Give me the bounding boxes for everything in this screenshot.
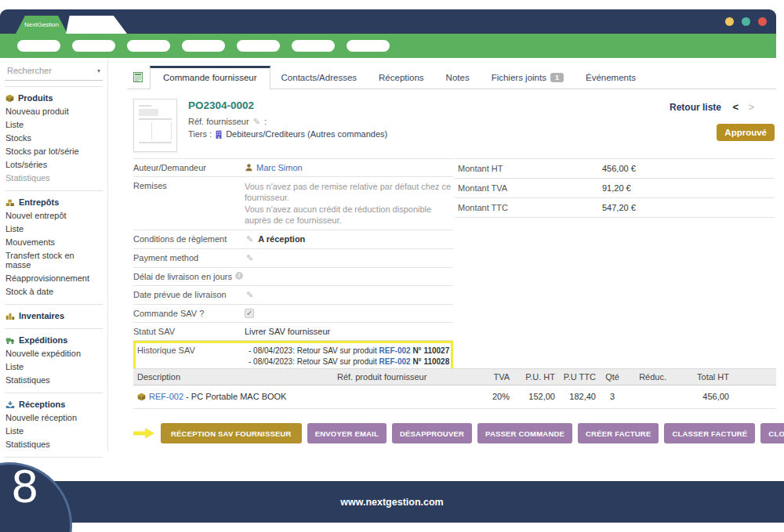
product-box-icon <box>137 393 146 401</box>
window-controls <box>725 17 767 26</box>
field-row-remises: Remises Vous n'avez pas de remise relati… <box>133 177 453 230</box>
window-dot-yellow-icon[interactable] <box>725 17 734 26</box>
sidebar-section-inventaires[interactable]: Inventaires <box>5 309 103 323</box>
tab-commande-fournisseur[interactable]: Commande fournisseur <box>150 66 270 89</box>
tab-notes[interactable]: Notes <box>435 67 481 89</box>
chevron-down-icon: ▾ <box>97 67 100 74</box>
nav-pill[interactable] <box>182 40 225 52</box>
classer-facture-button[interactable]: CLASSER FACTURÉ <box>664 423 755 443</box>
pencil-edit-icon[interactable]: ✎ <box>253 117 260 126</box>
sidebar-section-receptions[interactable]: Réceptions <box>5 398 103 411</box>
next-record-arrow[interactable]: > <box>748 101 754 113</box>
order-lines-table: Description Réf. produit fournisseur TVA… <box>133 368 776 409</box>
sidebar-section-produits[interactable]: Produits <box>5 92 103 105</box>
order-banner: PO2304-0002 Réf. fournisseur ✎ : Tiers :… <box>132 90 776 159</box>
tab-contacts-adresses[interactable]: Contacts/Adresses <box>270 67 368 89</box>
sidebar-item-nouvel-entrepot[interactable]: Nouvel entrepôt <box>5 209 103 223</box>
sidebar-item-liste-expeditions[interactable]: Liste <box>5 360 103 374</box>
third-party-line: Tiers : Debiteurs/Crediteurs (Autres com… <box>188 129 387 139</box>
pencil-edit-icon[interactable]: ✎ <box>246 253 253 263</box>
sidebar-item-statistiques-receptions[interactable]: Statistiques <box>5 438 103 451</box>
divider <box>5 328 103 329</box>
top-menu-bar <box>0 34 776 58</box>
sidebar-section-label: Réceptions <box>19 400 65 409</box>
sidebar-item-nouveau-produit[interactable]: Nouveau produit <box>5 105 103 118</box>
document-thumbnail[interactable] <box>133 99 177 152</box>
sidebar-section-expeditions[interactable]: Expéditions <box>5 334 103 347</box>
inventory-icon <box>5 312 15 320</box>
sidebar-item-stocks-lot-serie[interactable]: Stocks par lot/série <box>5 145 103 158</box>
sidebar-item-nouvelle-reception[interactable]: Nouvelle réception <box>5 411 103 425</box>
tab-receptions[interactable]: Réceptions <box>368 67 435 89</box>
back-to-list-link[interactable]: Retour liste <box>670 102 721 113</box>
field-row-payment-method: Payment method ✎ <box>133 249 453 268</box>
footer-url: www.nextgestion.com <box>340 497 444 508</box>
sidebar-item-liste-entrepots[interactable]: Liste <box>5 223 103 236</box>
search-placeholder: Rechercher <box>7 66 52 75</box>
sidebar-item-nouvelle-expedition[interactable]: Nouvelle expédition <box>5 347 103 360</box>
order-fields-table: Auteur/Demandeur Marc Simon Remises Vous… <box>133 158 453 382</box>
step-number: 8 <box>12 463 38 510</box>
attachments-count-badge: 1 <box>550 73 564 82</box>
brand-tab: NextGestion <box>16 16 67 34</box>
field-row-statut-sav: Statut SAV Livrer SAV fournisseur <box>133 323 453 341</box>
pencil-edit-icon[interactable]: ✎ <box>246 234 253 244</box>
field-row-payment-terms: Conditions de règlement ✎A réception <box>133 230 453 249</box>
sidebar-item-liste-receptions[interactable]: Liste <box>5 425 103 438</box>
sidebar-section-label: Produits <box>18 93 53 103</box>
sidebar-section-label: Expéditions <box>19 335 67 345</box>
sidebar-item-stock-a-date[interactable]: Stock à date <box>5 285 103 299</box>
field-row-author: Auteur/Demandeur Marc Simon <box>133 159 453 177</box>
action-buttons-bar: RÉCEPTION SAV FOURNISSEUR ENVOYER EMAIL … <box>133 423 784 443</box>
divider <box>5 457 103 458</box>
main-content: Commande fournisseur Contacts/Adresses R… <box>127 58 776 481</box>
field-row-planned-delivery: Date prévue de livraison ✎ <box>133 286 453 305</box>
sidebar-item-mouvements[interactable]: Mouvements <box>5 236 103 249</box>
divider <box>5 304 103 305</box>
order-document-icon <box>133 72 143 82</box>
redacted-breadcrumb <box>66 16 127 34</box>
nav-pill[interactable] <box>127 40 170 52</box>
nav-pill[interactable] <box>72 40 115 52</box>
search-select[interactable]: Rechercher ▾ <box>5 64 103 81</box>
desapprouver-button[interactable]: DÉSAPPROUVER <box>392 423 472 443</box>
product-ref-link[interactable]: REF-002 <box>379 346 411 355</box>
sav-checkbox[interactable]: ✔ <box>245 309 254 318</box>
product-ref-link[interactable]: REF-002 <box>149 392 183 401</box>
sidebar-section-entrepots[interactable]: Entrepôts <box>5 196 103 209</box>
warehouse-icon <box>5 198 15 207</box>
sidebar-item-lots-series[interactable]: Lots/séries <box>5 158 103 172</box>
product-ref-link[interactable]: REF-002 <box>379 357 411 366</box>
window-dot-green-icon[interactable] <box>742 17 750 26</box>
nav-pill[interactable] <box>292 40 335 52</box>
creer-facture-button[interactable]: CRÉER FACTURE <box>578 423 659 443</box>
reception-icon <box>5 400 15 409</box>
nav-pill[interactable] <box>237 40 280 52</box>
highlight-arrow-icon <box>133 427 155 440</box>
cloner-button[interactable]: CLONER <box>760 423 784 443</box>
shipping-icon <box>5 336 15 345</box>
sidebar-item-statistiques-produits[interactable]: Statistiques <box>5 172 103 185</box>
status-badge: Approuvé <box>717 124 775 141</box>
window-dot-red-icon[interactable] <box>758 17 767 26</box>
envoyer-email-button[interactable]: ENVOYER EMAIL <box>307 423 387 443</box>
sidebar-item-stocks[interactable]: Stocks <box>5 132 103 145</box>
previous-record-arrow[interactable]: < <box>732 101 739 113</box>
amount-row-tva: Montant TVA 91,20 € <box>455 179 775 198</box>
sidebar-item-liste-produits[interactable]: Liste <box>5 118 103 132</box>
author-link[interactable]: Marc Simon <box>256 163 303 172</box>
tab-fichiers-joints[interactable]: Fichiers joints1 <box>481 67 575 89</box>
sidebar-item-transfert-stock[interactable]: Transfert stock en masse <box>5 249 103 272</box>
sidebar-item-statistiques-expeditions[interactable]: Statistiques <box>5 374 103 387</box>
tab-evenements[interactable]: Événements <box>575 67 647 89</box>
nav-pill[interactable] <box>347 40 390 52</box>
divider <box>5 190 103 191</box>
sidebar-item-reapprovisionnement[interactable]: Réapprovisionnement <box>5 272 103 285</box>
nav-pill[interactable] <box>17 40 60 52</box>
passer-commande-button[interactable]: PASSER COMMANDE <box>477 423 572 443</box>
reception-sav-fournisseur-button[interactable]: RÉCEPTION SAV FOURNISSEUR <box>161 423 302 443</box>
app-window: NextGestion Rechercher ▾ Produits Nouvea… <box>0 0 784 532</box>
third-party-link[interactable]: Debiteurs/Crediteurs (Autres commandes) <box>226 129 387 139</box>
pencil-edit-icon[interactable]: ✎ <box>246 290 253 300</box>
order-reference-title: PO2304-0002 <box>188 100 254 111</box>
